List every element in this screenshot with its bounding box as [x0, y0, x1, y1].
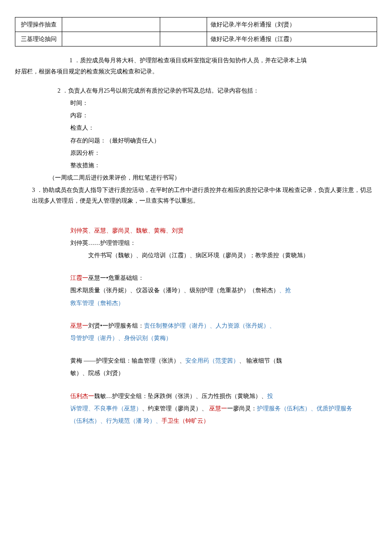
group4-detail-c: 敏）、院感（刘贤） [15, 368, 377, 378]
cell-note-2: 做好记录,半年分析通报（江霞） [207, 32, 377, 46]
group4-detail-b: 、 输液细节（魏 [239, 357, 282, 364]
group5-line2-blue2: 护理服务（伍利杰）、优质护理服务 [257, 405, 352, 412]
group1-title: 刘仲英……护理管理组： [15, 238, 377, 248]
group3-detail-blue1: 责任制整体护理（谢丹）、人力资源（张丹妮）、 [144, 323, 275, 329]
group3-prefix: 巫慧一 [70, 323, 88, 329]
group5-line3-blue: （伍利杰）、行为规范（潘 玲）、 [70, 418, 161, 424]
group3-rest: 刘贤•一护理服务组： [88, 323, 144, 329]
table-row: 三基理论抽问 做好记录,半年分析通报（江霞） [15, 32, 377, 46]
group4-title: 黄梅 ——护理安全组： [70, 357, 132, 364]
group2-title-line: 江霞一巫慧一•危重基础组： [15, 273, 377, 283]
group4-line1: 黄梅 ——护理安全组：输血管理（张洪）、安全用药（范雯茜）、 输液细节（魏 [15, 355, 377, 366]
group2-detail-b: 抢 [285, 287, 291, 293]
paragraph-2: 2 ．负责人在每月25号以前完成所有质控记录的书写及总结。记录内容包括： [15, 85, 377, 96]
list-measure: 整改措施： [15, 160, 377, 171]
group3-title-line: 巫慧一刘贤•一护理服务组：责任制整体护理（谢丹）、人力资源（张丹妮）、 [15, 320, 377, 331]
group5-line1: 伍利杰一魏敏…护理安全组：坠床跌倒（张洪）、压力性损伤（黄晓旭）、投 [15, 391, 377, 401]
schedule-table: 护理操作抽查 做好记录,半年分析通报（刘贤） 三基理论抽问 做好记录,半年分析通… [15, 17, 377, 46]
list-inspector: 检查人： [15, 122, 377, 133]
list-reason: 原因分析： [15, 148, 377, 158]
group3-detail-line2: 导管护理（谢丹）、身份识别（黄梅） [70, 335, 172, 341]
cell-blank-2a [62, 32, 160, 46]
group5-line2-plain: 、约束管理（廖尚灵）、 [142, 405, 209, 412]
cell-blank-1b [160, 17, 207, 32]
cell-item-2: 三基理论抽问 [15, 32, 62, 46]
group5-line2: 诉管理、不良事件（巫慧）、约束管理（廖尚灵）、 巫慧一一廖尚灵：护理服务（伍利杰… [15, 403, 377, 414]
cell-blank-2b [160, 32, 207, 46]
group2-detail-c: 救车管理（詹裕杰） [70, 300, 124, 306]
cell-item-1: 护理操作抽查 [15, 17, 62, 32]
group1-leaders: 刘仲英、巫慧、廖尚灵、魏敏、黄梅、刘贤 [70, 227, 184, 234]
table-row: 护理操作抽查 做好记录,半年分析通报（刘贤） [15, 17, 377, 32]
paragraph-note: （一周或二周后进行效果评价，用红笔进行书写） [15, 172, 377, 183]
list-content: 内容： [15, 110, 377, 121]
group2-sep: 、 [279, 287, 285, 293]
group5-line3-red: 手卫生（钟旷云） [161, 418, 209, 424]
group5-prefix: 伍利杰一 [70, 393, 94, 399]
group5-line2-red: 巫慧一 [209, 405, 227, 412]
group2-detail-line1: 围术期质量（张丹妮）、仪器设备（潘玲）、级别护理（危重基护）（詹裕杰）、抢 [15, 285, 377, 296]
group5-line2-blue: 诉管理、不良事件（巫慧） [70, 405, 142, 412]
paragraph-1a: 1 ．质控成员每月将大科、护理部检查项目或科室指定项目告知协作人员，并在记录本上… [15, 55, 377, 66]
paragraph-3: 3 ．协助成员在负责人指导下进行质控活动，在平时的工作中进行质控并在相应的质控记… [15, 185, 377, 206]
list-time: 时间： [15, 98, 377, 108]
group4-detail-blue: 安全用药（范雯茜） [185, 357, 239, 364]
group2-prefix: 江霞一 [70, 275, 88, 281]
group2-detail-a: 围术期质量（张丹妮）、仪器设备（潘玲）、级别护理（危重基护）（詹裕杰） [70, 287, 279, 293]
list-problem: 存在的问题：（最好明确责任人） [15, 135, 377, 146]
cell-note-1: 做好记录,半年分析通报（刘贤） [207, 17, 377, 32]
group5-line3: （伍利杰）、行为规范（潘 玲）、手卫生（钟旷云） [15, 416, 377, 426]
group5-rest: 魏敏…护理安全组：坠床跌倒（张洪）、压力性损伤（黄晓旭）、 [94, 393, 267, 399]
group1-detail: 文件书写（魏敏）、岗位培训（江霞）、病区环境（廖尚灵）；教学质控（黄晓旭） [15, 250, 377, 261]
paragraph-1b: 好眉栏，根据各项目规定的检查频次完成检查和记录。 [15, 66, 377, 77]
group5-blue1: 投 [267, 393, 273, 399]
cell-blank-1a [62, 17, 160, 32]
group2-rest: 巫慧一•危重基础组： [88, 275, 144, 281]
group4-detail-a: 输血管理（张洪）、 [132, 357, 185, 364]
group5-line2-plain2: 一廖尚灵： [227, 405, 257, 412]
